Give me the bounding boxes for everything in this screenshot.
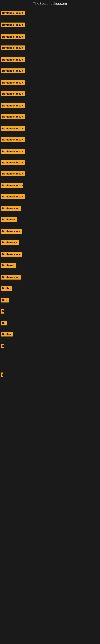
bar-row-33 — [0, 379, 100, 392]
bar-row-6: Bottleneck result — [0, 75, 100, 87]
bottleneck-label: Bottleneck result — [1, 137, 25, 142]
bar-row-22: Bottlenec — [0, 258, 100, 270]
bottleneck-label: Bottleneck re — [1, 206, 21, 211]
bars-container: Bottleneck resultBottleneck resultBottle… — [0, 8, 100, 416]
bar-row-28: Bottlen — [0, 328, 100, 338]
bottleneck-label: I — [1, 372, 3, 377]
bottleneck-label: B — [1, 344, 4, 348]
bar-row-9: Bottleneck result — [0, 110, 100, 121]
bottleneck-label: Bottleneck — [1, 217, 17, 222]
bar-row-23: Bottleneck re — [0, 270, 100, 282]
bar-row-5: Bottleneck result — [0, 64, 100, 75]
bar-row-26: B — [0, 304, 100, 316]
bottleneck-label: Bottleneck result — [1, 114, 25, 119]
bar-row-8: Bottleneck result — [0, 98, 100, 110]
bar-row-11: Bottleneck result — [0, 133, 100, 144]
bottleneck-label: Bottleneck result — [1, 57, 25, 62]
bottleneck-label: Bottlenec — [1, 263, 16, 268]
bottleneck-label: Bottleneck result — [1, 68, 25, 73]
bottleneck-label: Bottleneck result — [1, 91, 25, 96]
bar-row-32: I — [0, 367, 100, 379]
bar-row-19: Bottleneck res — [0, 224, 100, 236]
bar-row-20: Bottleneck r — [0, 236, 100, 247]
bottleneck-label: Bottleneck result — [1, 80, 25, 85]
bar-row-13: Bottleneck result — [0, 156, 100, 167]
bottleneck-label: Bottleneck r — [1, 240, 19, 245]
bottleneck-label: Bottleneck result — [1, 160, 25, 165]
bar-row-4: Bottleneck result — [0, 52, 100, 64]
bottleneck-label: Bottleneck result — [1, 171, 25, 176]
bar-row-21: Bottleneck resu — [0, 247, 100, 258]
bottleneck-label: Bottle — [1, 286, 12, 290]
bar-row-30 — [0, 350, 100, 359]
bar-row-31 — [0, 359, 100, 367]
bar-row-0: Bottleneck result — [0, 8, 100, 17]
bar-row-18: Bottleneck — [0, 213, 100, 224]
bar-row-12: Bottleneck result — [0, 144, 100, 156]
bottleneck-label: Bottleneck result — [1, 103, 25, 108]
bar-row-17: Bottleneck re — [0, 201, 100, 213]
bar-row-35 — [0, 404, 100, 416]
bar-row-27: Bot — [0, 316, 100, 328]
bar-row-29: B — [0, 338, 100, 350]
bar-row-1: Bottleneck result — [0, 17, 100, 29]
bottleneck-label: Bottleneck result — [1, 46, 25, 50]
bar-row-24: Bottle — [0, 282, 100, 292]
bar-row-2: Bottleneck result — [0, 29, 100, 41]
bar-row-34 — [0, 392, 100, 404]
bottleneck-label: Bottleneck result — [1, 34, 25, 39]
bottleneck-label: Bottleneck result — [1, 183, 23, 188]
bottleneck-label: B — [1, 309, 4, 314]
bar-row-25: Bott — [0, 292, 100, 304]
bottleneck-label: Bottleneck result — [1, 149, 25, 154]
bottleneck-label: Bottlen — [1, 332, 13, 336]
bar-row-3: Bottleneck result — [0, 41, 100, 52]
bottleneck-label: Bottleneck re — [1, 275, 21, 280]
bar-row-14: Bottleneck result — [0, 167, 100, 178]
bottleneck-label: Bottleneck res — [1, 229, 22, 234]
bottleneck-label: Bottleneck result — [1, 22, 25, 27]
site-title: TheBottlenecker.com — [0, 0, 100, 8]
bar-row-16: Bottleneck result — [0, 190, 100, 201]
bar-row-15: Bottleneck result — [0, 178, 100, 190]
bottleneck-label: Bottleneck result — [1, 194, 25, 199]
bottleneck-label: Bot — [1, 321, 7, 326]
bottleneck-label: Bott — [1, 298, 9, 302]
bottleneck-label: Bottleneck resu — [1, 252, 22, 256]
bar-row-7: Bottleneck result — [0, 87, 100, 98]
bar-row-10: Bottleneck result — [0, 121, 100, 133]
bottleneck-label: Bottleneck result — [1, 126, 25, 131]
bottleneck-label: Bottleneck result — [1, 11, 25, 15]
